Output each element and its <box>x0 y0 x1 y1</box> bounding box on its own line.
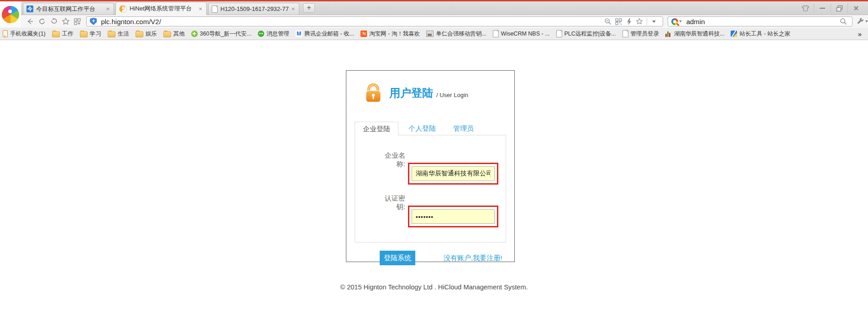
bookmark-label: 站长工具 - 站长之家 <box>739 30 790 38</box>
tab-hinet-active[interactable]: HiNet网络系统管理平台 × <box>115 2 207 15</box>
tab-administrator[interactable]: 管理员 <box>446 122 481 135</box>
search-engine-icon[interactable] <box>671 18 678 25</box>
page-content: 用户登陆 / User Login 企业登陆 个人登陆 管理员 企业名称: 认证… <box>0 40 868 309</box>
login-subtitle: / User Login <box>436 92 468 98</box>
search-box[interactable] <box>668 16 852 26</box>
bookmark-folder-life[interactable]: 生活 <box>108 30 129 38</box>
search-go-button[interactable] <box>838 17 849 26</box>
browser-360-logo-icon <box>2 6 19 23</box>
tab-title: 今目标互联网工作平台 <box>36 5 105 13</box>
phone-icon <box>3 30 8 37</box>
qr-code-icon <box>615 18 622 25</box>
taobao-icon: 淘 <box>361 31 367 37</box>
tab-personal-login[interactable]: 个人登陆 <box>401 122 443 135</box>
back-button[interactable] <box>25 16 36 26</box>
bookmark-taobao[interactable]: 淘 淘宝网 - 淘！我喜欢 <box>361 30 420 38</box>
photo-icon <box>426 31 434 37</box>
bookmark-wisecrm[interactable]: WiseCRM NBS - ... <box>493 30 550 37</box>
bookmark-label: 管理员登录 <box>631 30 659 38</box>
tab-h120[interactable]: H120-1509-1617-2932-77 × <box>208 3 299 15</box>
bookmark-page-button[interactable] <box>634 17 645 26</box>
bookmark-admin-login[interactable]: 管理员登录 <box>622 30 659 38</box>
bookmark-folder-other[interactable]: 其他 <box>163 30 185 38</box>
favorites-grid-button[interactable] <box>72 16 83 26</box>
bookmark-label: 娱乐 <box>146 30 157 38</box>
bookmark-label: 消息管理 <box>267 30 289 38</box>
magnifier-icon <box>840 18 847 25</box>
bookmark-label: 其他 <box>173 30 185 38</box>
bookmark-folder-study[interactable]: 学习 <box>80 30 101 38</box>
folder-icon <box>80 31 88 37</box>
hinet-favicon <box>119 5 127 13</box>
bookmarks-overflow-button[interactable]: » <box>858 30 865 38</box>
url-text[interactable]: plc.hignton.com/V2/ <box>101 18 603 26</box>
tab-title: H120-1509-1617-2932-77 <box>220 5 290 12</box>
search-engine-chevron-icon[interactable] <box>679 21 682 22</box>
bookmark-label: WiseCRM NBS - ... <box>501 31 550 37</box>
company-name-label: 企业名称: <box>355 151 405 185</box>
tab-close-icon[interactable]: × <box>290 6 296 12</box>
bookmark-label: 生活 <box>118 30 129 38</box>
grid-plus-icon <box>73 18 81 26</box>
chevron-down-icon <box>865 21 868 22</box>
bookmark-mobile-favorites[interactable]: 手机收藏夹(1) <box>3 30 46 38</box>
star-icon <box>636 18 643 25</box>
undo-button[interactable] <box>48 16 60 26</box>
minimize-button[interactable] <box>814 3 831 13</box>
bookmark-folder-entertainment[interactable]: 娱乐 <box>136 30 157 38</box>
close-window-button[interactable] <box>847 3 864 13</box>
document-favicon <box>212 5 218 13</box>
bookmark-tencent-mail[interactable]: M 腾讯企业邮箱 - 收... <box>296 30 354 38</box>
bookmark-huachen[interactable]: 湖南华辰智通科技... <box>665 30 724 38</box>
speed-mode-button[interactable] <box>624 17 634 26</box>
bookmark-label: PLC远程监控|设备... <box>565 30 616 38</box>
chinaz-icon <box>731 31 737 37</box>
bar-chart-icon <box>665 31 672 37</box>
document-icon <box>622 30 628 37</box>
bookmark-label: 湖南华辰智通科技... <box>674 30 724 38</box>
undo-icon <box>50 17 58 26</box>
search-input[interactable] <box>685 17 838 26</box>
reload-button[interactable] <box>37 16 48 26</box>
tools-menu-button[interactable] <box>857 18 868 26</box>
star-icon <box>62 17 70 26</box>
tabs: 今 今目标互联网工作平台 × HiNet网络系统管理平台 × H120-1509… <box>23 1 315 15</box>
tab-enterprise-login[interactable]: 企业登陆 <box>355 122 398 135</box>
qr-code-button[interactable] <box>613 17 624 26</box>
magnifier-minus-icon <box>604 18 612 25</box>
document-icon <box>556 30 562 37</box>
company-name-input[interactable] <box>412 166 495 181</box>
url-dropdown-button[interactable] <box>649 17 659 26</box>
tab-title: HiNet网络系统管理平台 <box>130 5 198 13</box>
bookmark-chinaz[interactable]: 站长工具 - 站长之家 <box>731 30 790 38</box>
new-tab-button[interactable]: + <box>303 3 315 13</box>
bookmark-shanren[interactable]: 单仁合强移动营销... <box>426 30 486 38</box>
jinmubiao-favicon: 今 <box>26 5 33 12</box>
360nav-icon <box>191 31 198 37</box>
tab-jinmubiao[interactable]: 今 今目标互联网工作平台 × <box>23 3 114 15</box>
login-title: 用户登陆 <box>389 86 433 100</box>
bookmark-plc-monitor[interactable]: PLC远程监控|设备... <box>556 30 616 38</box>
login-button[interactable]: 登陆系统 <box>380 251 415 265</box>
address-bar[interactable]: + plc.hignton.com/V2/ <box>86 16 663 26</box>
restore-button[interactable] <box>831 3 847 13</box>
company-name-row: 企业名称: <box>355 151 506 185</box>
bookmark-folder-work[interactable]: 工作 <box>52 30 73 38</box>
minimize-icon <box>820 8 825 9</box>
bookmark-message-manager[interactable]: 消息管理 <box>258 30 289 38</box>
register-link[interactable]: 没有账户,我要注册! <box>444 254 502 263</box>
tab-close-icon[interactable]: × <box>105 6 110 12</box>
favorite-button[interactable] <box>60 16 71 26</box>
login-form: 企业名称: 认证密钥: <box>355 135 506 242</box>
bookmark-360nav[interactable]: 360导航_新一代安... <box>191 30 251 38</box>
window-controls <box>797 3 864 13</box>
skin-button[interactable] <box>797 3 814 13</box>
zoom-page-button[interactable] <box>603 17 613 26</box>
bookmark-label: 学习 <box>90 30 101 38</box>
message-icon <box>258 31 264 37</box>
close-icon <box>853 5 859 11</box>
tab-close-icon[interactable]: × <box>198 6 203 12</box>
folder-icon <box>136 31 143 37</box>
auth-key-input[interactable] <box>412 209 495 224</box>
address-toolbar: + plc.hignton.com/V2/ <box>0 15 868 28</box>
